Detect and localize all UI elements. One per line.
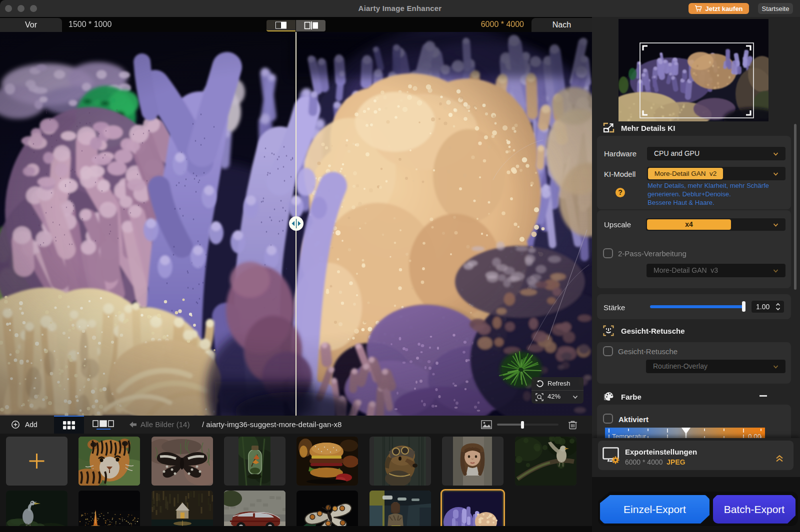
svg-text:Add: Add [25,421,38,429]
